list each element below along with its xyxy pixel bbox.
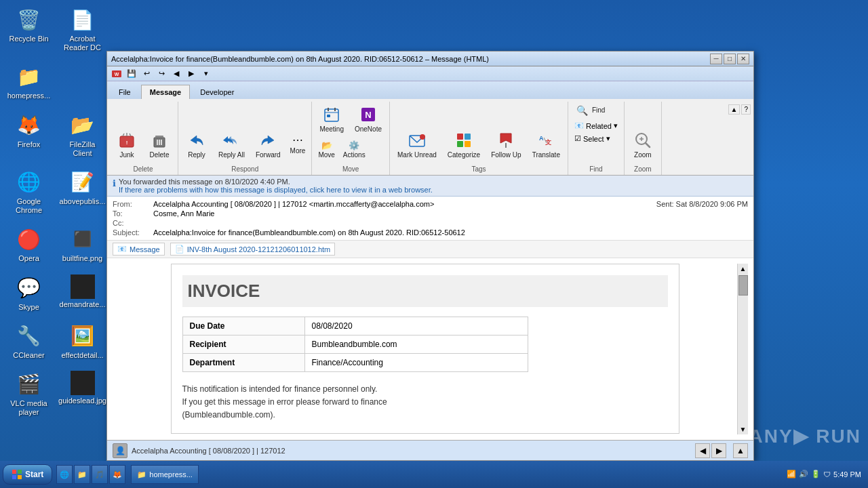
- categorize-button[interactable]: Categorize: [443, 127, 485, 161]
- svg-line-32: [646, 143, 650, 147]
- forward-label: Forward: [256, 151, 281, 159]
- browser-notice[interactable]: If there are problems with how this mess…: [119, 186, 433, 194]
- delete-button[interactable]: Delete: [144, 127, 175, 161]
- tab-file[interactable]: File: [110, 85, 140, 99]
- forward-button[interactable]: Forward: [251, 127, 285, 161]
- builtfine-icon[interactable]: ⬛ builtfine.png: [57, 223, 108, 266]
- save-button[interactable]: 💾: [125, 68, 138, 80]
- to-label: To:: [113, 209, 153, 218]
- follow-up-label: Follow Up: [491, 151, 521, 159]
- ribbon-collapse-button[interactable]: ▲: [728, 104, 741, 115]
- mark-unread-icon: [406, 129, 428, 151]
- skype-icon[interactable]: 💬 Skype: [3, 272, 54, 314]
- attachment-message[interactable]: 📧 Message: [113, 243, 165, 256]
- department-label: Department: [182, 354, 304, 372]
- find-group-label: Find: [571, 164, 621, 175]
- zoom-label: Zoom: [634, 151, 652, 159]
- scroll-thumb[interactable]: [738, 275, 748, 296]
- nav-next-button[interactable]: ▶: [184, 68, 198, 80]
- dropdown-arrow-button[interactable]: ▾: [199, 68, 213, 80]
- demandrate-icon[interactable]: demandrate...: [57, 272, 108, 314]
- zoom-button[interactable]: Zoom: [627, 127, 658, 161]
- taskbar-explorer-button[interactable]: 📁: [74, 465, 90, 484]
- vlc-icon[interactable]: 🎬 VLC media player: [3, 368, 54, 420]
- chrome-icon[interactable]: 🌐 Google Chrome: [3, 166, 54, 218]
- related-button[interactable]: 📧 Related ▾: [571, 119, 621, 132]
- anyrun-watermark: ANY▶ RUN: [749, 425, 861, 447]
- tray-power-icon[interactable]: 🔋: [811, 470, 821, 479]
- svg-rect-23: [457, 134, 463, 140]
- tray-volume-icon[interactable]: 🔊: [799, 470, 808, 479]
- onenote-button[interactable]: N OneNote: [350, 102, 387, 136]
- opera-icon[interactable]: 🔴 Opera: [3, 223, 54, 266]
- reply-button[interactable]: Reply: [181, 127, 212, 161]
- nav-prev-button[interactable]: ◀: [170, 68, 183, 80]
- tray-security-icon[interactable]: 🛡: [823, 470, 831, 479]
- svg-rect-35: [12, 470, 16, 474]
- select-button[interactable]: ☑ Select ▾: [571, 132, 614, 145]
- svg-rect-36: [18, 470, 22, 474]
- zoom-group-label: Zoom: [627, 164, 658, 175]
- start-button[interactable]: Start: [3, 464, 52, 485]
- more-button[interactable]: ⋯ More: [287, 130, 309, 157]
- reply-icon: [186, 129, 208, 151]
- junk-icon: !: [116, 129, 138, 151]
- firefox-icon[interactable]: 🦊 Firefox: [3, 109, 54, 161]
- follow-up-button[interactable]: Follow Up: [486, 127, 526, 161]
- desktop: 🗑️ Recycle Bin 📄 Acrobat Reader DC 📁 hom…: [0, 0, 868, 461]
- junk-button[interactable]: ! Junk: [111, 127, 142, 161]
- find-button[interactable]: 🔍 Find: [571, 102, 610, 119]
- undo-button[interactable]: ↩: [140, 68, 153, 80]
- translate-icon: A 文: [535, 129, 557, 151]
- status-prev-button[interactable]: ◀: [695, 443, 710, 458]
- close-button[interactable]: ✕: [737, 54, 749, 64]
- redo-button[interactable]: ↪: [155, 68, 168, 80]
- sent-info: Sent: Sat 8/8/2020 9:06 PM: [656, 200, 748, 208]
- filezilla-icon[interactable]: 📂 FileZilla Client: [57, 109, 108, 161]
- svg-rect-18: [327, 115, 330, 117]
- delete-label: Delete: [150, 151, 170, 159]
- more-icon: ⋯: [290, 132, 305, 147]
- minimize-button[interactable]: ─: [710, 54, 722, 64]
- scroll-up-button[interactable]: ▲: [738, 264, 748, 274]
- translate-button[interactable]: A 文 Translate: [528, 127, 565, 161]
- ribbon-group-delete: ! Junk: [108, 102, 178, 175]
- homepress-icon[interactable]: 📁 homepress...: [3, 60, 54, 103]
- tags-group-label: Tags: [393, 164, 565, 175]
- quick-access-toolbar: W 💾 ↩ ↪ ◀ ▶ ▾: [107, 66, 753, 81]
- vertical-scrollbar[interactable]: ▲ ▼: [737, 264, 748, 434]
- reply-all-icon: [220, 129, 242, 151]
- reply-all-button[interactable]: Reply All: [214, 127, 250, 161]
- taskbar-ie-button[interactable]: 🌐: [56, 465, 73, 484]
- move-btn[interactable]: 📂 Move: [315, 137, 338, 161]
- tab-developer[interactable]: Developer: [191, 85, 243, 99]
- svg-rect-24: [465, 134, 471, 140]
- tray-network-icon[interactable]: 📶: [787, 470, 796, 479]
- meeting-button[interactable]: Meeting: [315, 102, 349, 136]
- tab-message[interactable]: Message: [141, 85, 190, 99]
- actions-btn[interactable]: ⚙️ Actions: [340, 137, 369, 161]
- acrobat-icon[interactable]: 📄 Acrobat Reader DC: [57, 3, 108, 55]
- sent-value: Sat 8/8/2020 9:06 PM: [676, 200, 748, 208]
- select-icon: ☑: [574, 134, 581, 143]
- taskbar-firefox-button[interactable]: 🦊: [109, 465, 125, 484]
- ribbon-help-button[interactable]: ?: [741, 104, 751, 115]
- zoom-icon: [632, 129, 654, 151]
- scroll-down-button[interactable]: ▼: [738, 424, 748, 434]
- ribbon-tabs: File Message Developer: [107, 81, 753, 99]
- abovepublis-icon[interactable]: 📝 abovepublis...: [57, 166, 108, 218]
- invoice-table: Due Date 08/08/2020 Recipient Bumbleandb…: [182, 317, 528, 372]
- taskbar-homepress-item[interactable]: 📁 homepress...: [131, 465, 199, 484]
- status-next-button[interactable]: ▶: [711, 443, 726, 458]
- status-expand-button[interactable]: ▲: [733, 443, 748, 458]
- effectdetail-icon[interactable]: 🖼️ effectdetail...: [57, 320, 108, 363]
- maximize-button[interactable]: □: [724, 54, 736, 64]
- taskbar-media-button[interactable]: 🎵: [92, 465, 108, 484]
- attachment-htm[interactable]: 📄 INV-8th August 2020-12121206011012.htm: [170, 243, 336, 256]
- subject-label: Subject:: [113, 228, 153, 237]
- file-menu-button[interactable]: W: [110, 68, 123, 80]
- ccleaner-icon[interactable]: 🔧 CCleaner: [3, 320, 54, 363]
- guideslead-icon[interactable]: guideslead.jpg: [57, 368, 108, 420]
- mark-unread-button[interactable]: Mark Unread: [393, 127, 441, 161]
- recycle-bin-icon[interactable]: 🗑️ Recycle Bin: [3, 3, 54, 55]
